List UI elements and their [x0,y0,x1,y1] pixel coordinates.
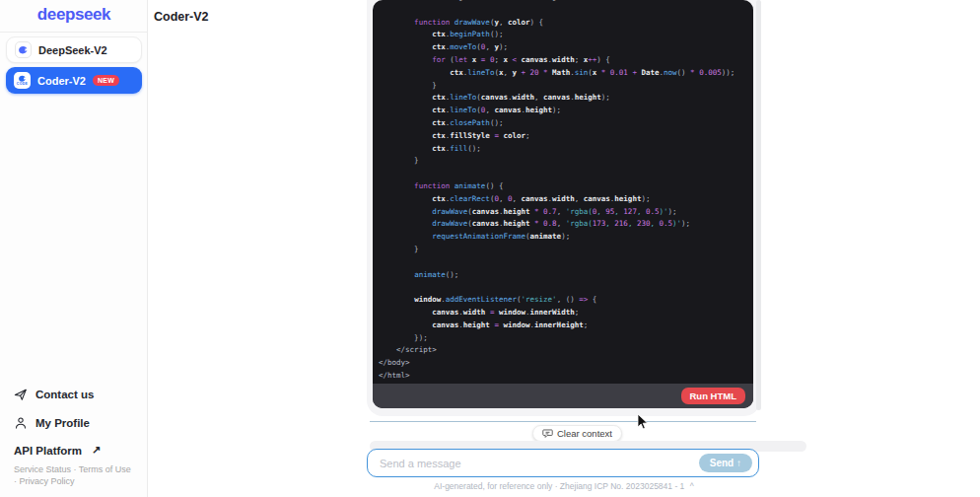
api-platform-label: API Platform [14,445,82,457]
deepseek-logo: deepseek [0,5,148,25]
send-button[interactable]: Send ↑ [699,454,752,472]
disclaimer-text: AI-generated, for reference only · Zheji… [434,481,684,491]
message-composer: Send ↑ [367,449,759,477]
context-divider-line [370,421,756,422]
clear-context-button[interactable]: Clear context [532,425,622,442]
code-mini-label: CODE [17,83,28,87]
sidebar-divider [0,32,148,33]
person-icon [14,416,28,430]
legal-links[interactable]: Service Status · Terms of Use · Privacy … [14,464,136,487]
model-label: DeepSeek-V2 [38,44,107,56]
chevron-up-icon[interactable]: ^ [690,481,694,491]
new-badge: NEW [93,75,119,86]
external-arrow-icon: ↗ [92,444,101,457]
chat-scrollbar[interactable] [756,0,761,410]
sidebar-item-coder-v2[interactable]: CODE Coder-V2 NEW [6,67,142,94]
paper-plane-icon [14,388,28,401]
code-content: canvas.height = window.innerHeight; func… [373,0,753,383]
chat-bubble-icon [542,428,553,439]
whale-code-logo-icon: CODE [14,72,31,89]
sidebar-item-deepseek-v2[interactable]: DeepSeek-V2 [6,36,142,63]
run-html-button[interactable]: Run HTML [681,388,746,404]
page-title: Coder-V2 [154,10,209,24]
api-platform-link[interactable]: API Platform ↗ [14,444,101,457]
clear-context-label: Clear context [557,428,612,439]
code-scroll-area[interactable]: canvas.height = window.innerHeight; func… [373,0,753,384]
code-block-footer: Run HTML [373,384,753,408]
message-input[interactable] [368,458,699,469]
code-block[interactable]: canvas.height = window.innerHeight; func… [373,0,753,408]
contact-us-link[interactable]: Contact us [14,388,94,401]
model-label: Coder-V2 [37,75,86,87]
my-profile-link[interactable]: My Profile [14,416,90,430]
deepseek-chat-app: deepseek DeepSeek-V2 CODE Coder-V2 NEW C… [0,0,980,497]
contact-us-label: Contact us [35,389,94,400]
footer-disclaimer: AI-generated, for reference only · Zheji… [268,481,860,491]
my-profile-label: My Profile [35,417,90,429]
sidebar: deepseek DeepSeek-V2 CODE Coder-V2 NEW C… [0,0,148,497]
whale-logo-icon [15,41,32,58]
